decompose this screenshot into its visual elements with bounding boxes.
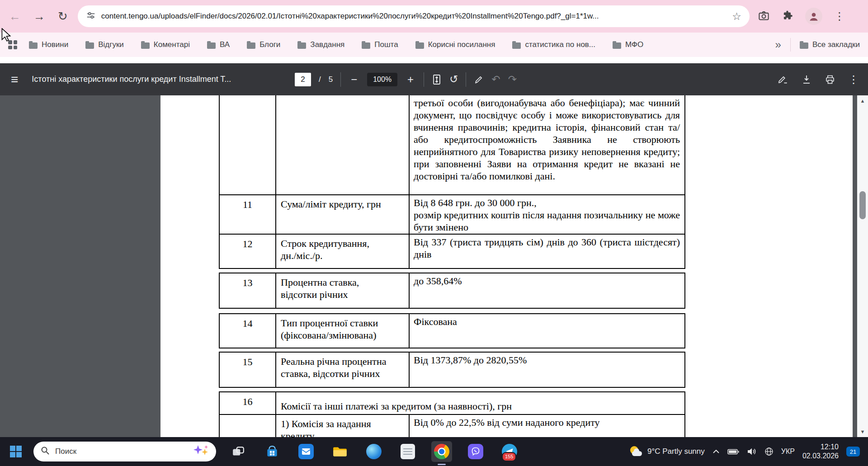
folder-icon	[29, 42, 38, 49]
forward-icon[interactable]: →	[33, 10, 45, 22]
scroll-down-icon[interactable]: ▼	[857, 429, 868, 434]
start-button[interactable]	[5, 441, 26, 462]
edge-app-icon[interactable]	[363, 441, 384, 462]
language-indicator[interactable]: УКР	[781, 447, 795, 456]
folder-icon	[141, 42, 150, 49]
notes-app-icon[interactable]	[397, 441, 418, 462]
table-row-16: 16 Комісії та інші платежі за кредитом (…	[219, 391, 685, 415]
add-text-annotation-icon[interactable]	[778, 74, 788, 85]
pen-annotate-icon[interactable]	[474, 75, 484, 85]
network-icon[interactable]	[764, 447, 774, 456]
notification-badge[interactable]: 21	[846, 447, 860, 457]
mouse-cursor	[1, 28, 12, 44]
bookmark-item[interactable]: статистика по нов...	[512, 40, 595, 49]
weather-widget[interactable]: 9°C Partly sunny	[629, 446, 705, 457]
browser-toolbar: ← → ↻ content.tengo.ua/uploads/elFinder/…	[0, 0, 868, 33]
folder-icon	[297, 42, 306, 49]
bookmark-item[interactable]: Корисні посилання	[415, 40, 495, 49]
nav-buttons: ← → ↻	[0, 10, 78, 22]
rotate-icon[interactable]: ↺	[449, 74, 458, 85]
divider	[466, 72, 466, 87]
redo-icon[interactable]: ↷	[508, 74, 517, 85]
weather-icon	[629, 446, 643, 457]
folder-icon	[613, 42, 621, 49]
page-separator: /	[319, 75, 321, 84]
viber-app-icon[interactable]	[465, 441, 486, 462]
pdf-title: Істотні характеристики послуги кредит In…	[32, 75, 231, 84]
search-icon	[41, 446, 50, 457]
task-view-button[interactable]	[228, 441, 249, 462]
date-text: 02.03.2026	[802, 452, 839, 460]
page-background-strip	[0, 57, 868, 63]
bookmark-item[interactable]: Новини	[29, 40, 68, 49]
profile-avatar[interactable]	[805, 8, 822, 25]
zoom-in-icon[interactable]: +	[405, 73, 416, 86]
back-icon[interactable]: ←	[9, 10, 21, 22]
table-row-12: 12 Строк кредитування, дн./міс./р. Від 3…	[219, 234, 685, 269]
bookmark-item[interactable]: ВА	[207, 40, 230, 49]
browser-menu-icon[interactable]: ⋮	[834, 10, 845, 23]
taskbar: Поиск	[0, 437, 868, 466]
volume-icon[interactable]	[747, 447, 757, 456]
credit-terms-table: третьої особи (вигодонабувача або бенефі…	[219, 95, 685, 437]
time-text: 12:10	[821, 443, 839, 451]
folder-icon	[800, 42, 808, 49]
folder-icon	[415, 42, 424, 49]
blue-app-icon[interactable]	[296, 441, 316, 462]
telegram-unread-badge: 155	[502, 452, 516, 461]
pdf-toolbar: ≡ Істотні характеристики послуги кредит …	[0, 63, 868, 95]
screen: ← → ↻ content.tengo.ua/uploads/elFinder/…	[0, 0, 868, 466]
cell-continuation-text: третьої особи (вигодонабувача або бенефі…	[409, 95, 685, 195]
site-settings-icon[interactable]	[86, 10, 96, 22]
store-app-icon[interactable]	[262, 441, 283, 462]
file-explorer-icon[interactable]	[330, 441, 350, 462]
search-input[interactable]: Поиск	[33, 442, 216, 461]
folder-icon	[207, 42, 216, 49]
bookmarks-overflow-icon[interactable]: »	[775, 38, 781, 51]
table-row-15: 15 Реальна річна процентна ставка, відсо…	[219, 352, 685, 388]
page-total: 5	[329, 75, 333, 84]
bookmark-item[interactable]: МФО	[613, 40, 643, 49]
table-row-16a: 1) Комісія за надання кредиту Від 0% до …	[219, 414, 685, 437]
folder-icon	[85, 42, 94, 49]
reload-icon[interactable]: ↻	[58, 10, 68, 22]
pdf-more-icon[interactable]: ⋮	[848, 73, 859, 86]
tray-chevron-icon[interactable]	[712, 449, 720, 454]
folder-icon	[512, 42, 521, 49]
bookmarks-bar: Новини Відгуки Коментарі ВА Блоги Завдан…	[0, 33, 868, 57]
divider	[340, 72, 341, 87]
zoom-level: 100%	[367, 73, 397, 86]
windows-logo-icon	[10, 446, 22, 457]
pdf-menu-icon[interactable]: ≡	[11, 72, 18, 87]
camera-icon[interactable]	[758, 9, 770, 24]
clock-widget[interactable]: 12:10 02.03.2026	[802, 442, 839, 461]
telegram-app-icon[interactable]: 155	[499, 441, 520, 462]
bookmark-item[interactable]: Відгуки	[85, 40, 124, 49]
zoom-out-icon[interactable]: −	[349, 73, 359, 86]
pdf-viewer-background: третьої особи (вигодонабувача або бенефі…	[0, 95, 868, 437]
divider	[790, 38, 791, 52]
extensions-puzzle-icon[interactable]	[782, 9, 793, 23]
scrollbar-thumb[interactable]	[859, 191, 866, 219]
all-bookmarks-button[interactable]: Все закладки	[800, 40, 860, 49]
url-text: content.tengo.ua/uploads/elFinder/docs/2…	[101, 12, 726, 21]
bookmark-item[interactable]: Коментарі	[141, 40, 190, 49]
chrome-app-icon[interactable]	[431, 441, 452, 462]
bookmark-item[interactable]: Завдання	[297, 40, 344, 49]
battery-icon[interactable]	[727, 448, 739, 455]
print-icon[interactable]	[825, 74, 835, 85]
folder-icon	[247, 42, 255, 49]
page-number-input[interactable]: 2	[295, 73, 311, 86]
bookmark-item[interactable]: Блоги	[247, 40, 280, 49]
copilot-sparkle-icon	[193, 444, 209, 459]
table-row-11: 11 Сума/ліміт кредиту, грн Від 8 648 грн…	[219, 194, 685, 235]
address-bar[interactable]: content.tengo.ua/uploads/elFinder/docs/2…	[78, 5, 750, 27]
scroll-up-icon[interactable]: ▲	[857, 98, 868, 104]
bookmark-item[interactable]: Пошта	[362, 40, 398, 49]
undo-icon[interactable]: ↶	[491, 74, 500, 85]
vertical-scrollbar[interactable]: ▲ ▼	[857, 95, 868, 437]
bookmark-star-icon[interactable]: ☆	[732, 11, 741, 22]
table-row-13: 13 Процентна ставка, відсотки річних до …	[219, 273, 685, 309]
download-icon[interactable]	[801, 74, 812, 85]
fit-page-icon[interactable]	[432, 74, 442, 85]
